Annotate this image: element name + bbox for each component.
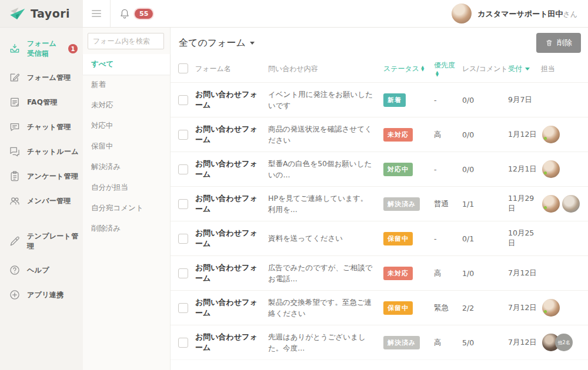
search-input[interactable] bbox=[88, 33, 164, 49]
row-checkbox[interactable] bbox=[178, 164, 188, 174]
user-avatar bbox=[452, 4, 472, 23]
row-inquiry: 商品の発送状況を確認させてください bbox=[268, 123, 383, 146]
column-header-responses: レス/コメント bbox=[462, 64, 508, 74]
row-responses: 5/0 bbox=[462, 338, 508, 347]
sidebar-item-label: アンケート管理 bbox=[27, 171, 78, 181]
row-received-date: 9月7日 bbox=[508, 95, 541, 105]
form-filter-label: 全てのフォーム bbox=[179, 37, 246, 49]
filter-item-4[interactable]: 保留中 bbox=[83, 136, 170, 157]
filter-item-2[interactable]: 未対応 bbox=[83, 95, 170, 116]
row-inquiry: 製品の交換希望です。至急ご連絡ください bbox=[268, 297, 383, 319]
filter-item-8[interactable]: 削除済み bbox=[83, 218, 170, 239]
row-checkbox[interactable] bbox=[178, 338, 188, 348]
row-responses: 2/2 bbox=[462, 304, 508, 312]
row-form-name: お問い合わせフォーム bbox=[195, 366, 268, 370]
user-menu[interactable]: カスタマーサポート田中さん bbox=[452, 0, 588, 27]
sidebar-item-label: チャット管理 bbox=[27, 122, 71, 132]
row-priority: 緊急 bbox=[434, 303, 462, 313]
column-header-priority[interactable]: 優先度 ▲▼ bbox=[434, 60, 462, 77]
row-checkbox[interactable] bbox=[178, 303, 188, 313]
table-body: お問い合わせフォーム イベント用に発注をお願いしたいです 新着 - 0/0 9月… bbox=[171, 82, 588, 370]
sidebar-item-chat-room[interactable]: チャットルーム bbox=[0, 139, 83, 164]
trash-icon bbox=[545, 39, 553, 47]
sidebar-item-survey[interactable]: アンケート管理 bbox=[0, 164, 83, 189]
row-responses: 0/0 bbox=[462, 165, 508, 174]
inbox-icon bbox=[9, 43, 21, 55]
row-form-name: お問い合わせフォーム bbox=[195, 159, 268, 180]
delete-button[interactable]: 削除 bbox=[536, 33, 581, 53]
status-badge: 保留中 bbox=[383, 301, 413, 315]
row-checkbox[interactable] bbox=[178, 199, 188, 209]
brand-logo[interactable]: Tayori bbox=[0, 0, 83, 27]
status-badge: 新着 bbox=[383, 93, 406, 107]
notifications-button[interactable]: 55 bbox=[111, 0, 162, 27]
table-row[interactable]: お問い合わせフォーム イベント用に発注をお願いしたいです 新着 - 0/0 9月… bbox=[171, 82, 588, 117]
filter-item-6[interactable]: 自分が担当 bbox=[83, 177, 170, 198]
sidebar-item-form-edit[interactable]: フォーム管理 bbox=[0, 65, 83, 90]
sidebar-item-apps[interactable]: アプリ連携 bbox=[0, 282, 83, 307]
status-badge: 保留中 bbox=[383, 232, 413, 245]
filter-item-label: すべて bbox=[91, 59, 113, 68]
column-header-status[interactable]: ステータス ▲▼ bbox=[383, 64, 434, 74]
table-row[interactable]: お問い合わせフォーム 資料を送ってください 保留中 - 0/1 10月25日 bbox=[171, 221, 588, 255]
toolbar: 全てのフォーム 削除 bbox=[171, 28, 588, 57]
status-badge: 対応中 bbox=[383, 163, 413, 176]
filter-item-label: 解決済み bbox=[91, 162, 121, 171]
row-status-cell: 未対応 bbox=[383, 267, 434, 280]
row-checkbox[interactable] bbox=[178, 95, 188, 105]
table-row[interactable]: お問い合わせフォーム 先週はありがとうございました。今度... 解決済み 高 5… bbox=[171, 325, 588, 359]
row-priority: 高 bbox=[434, 268, 462, 278]
column-header-received[interactable]: 受付 bbox=[508, 64, 541, 74]
row-inquiry: 型番Aの白色を50個お願いしたいの... bbox=[268, 158, 383, 181]
filter-item-0[interactable]: すべて bbox=[83, 54, 170, 75]
row-checkbox[interactable] bbox=[178, 234, 188, 244]
filter-panel: すべて 新着 未対応 対応中 保留中 解決済み 自分が担当 自分宛コメント 削除… bbox=[83, 28, 171, 370]
table-header: フォーム名 問い合わせ内容 ステータス ▲▼ 優先度 ▲▼ レス/コメント 受付 bbox=[171, 57, 588, 82]
filter-item-label: 対応中 bbox=[91, 121, 113, 130]
row-form-name: お問い合わせフォーム bbox=[195, 332, 268, 353]
filter-item-label: 未対応 bbox=[91, 100, 113, 109]
main-content: 全てのフォーム 削除 フォーム名 問い合わせ内容 bbox=[171, 28, 588, 370]
row-checkbox[interactable] bbox=[178, 130, 188, 140]
select-all-checkbox[interactable] bbox=[178, 63, 188, 73]
table-row[interactable]: お問い合わせフォーム 広告でみたのですが、ご相談でお電話... 未対応 高 1/… bbox=[171, 255, 588, 290]
hamburger-menu-icon[interactable] bbox=[83, 0, 111, 27]
user-name: カスタマーサポート田中 bbox=[477, 9, 563, 18]
table-row[interactable]: お問い合わせフォーム 商品の発送状況を確認させてください 未対応 高 0/0 1… bbox=[171, 117, 588, 152]
row-received-date: 7月12日 bbox=[508, 338, 541, 348]
sidebar-item-template[interactable]: テンプレート管理 bbox=[0, 225, 83, 258]
row-priority: - bbox=[434, 234, 462, 243]
sidebar-nav: フォーム受信箱 1 フォーム管理 FAQ管理 チャット管理 チャットルーム アン… bbox=[0, 28, 83, 370]
sidebar-item-faq[interactable]: FAQ管理 bbox=[0, 90, 83, 115]
row-status-cell: 対応中 bbox=[383, 163, 434, 176]
filter-item-7[interactable]: 自分宛コメント bbox=[83, 198, 170, 218]
row-status-cell: 解決済み bbox=[383, 336, 434, 349]
row-form-name: お問い合わせフォーム bbox=[195, 297, 268, 318]
sidebar-item-chat[interactable]: チャット管理 bbox=[0, 115, 83, 139]
table-row[interactable]: お問い合わせフォーム お世話になっております。 bbox=[171, 359, 588, 370]
table-row[interactable]: お問い合わせフォーム 型番Aの白色を50個お願いしたいの... 対応中 - 0/… bbox=[171, 152, 588, 186]
row-received-date: 7月12日 bbox=[508, 303, 541, 313]
row-priority: 普通 bbox=[434, 199, 462, 209]
delete-button-label: 削除 bbox=[557, 38, 572, 48]
faq-icon bbox=[9, 96, 21, 108]
table-row[interactable]: お問い合わせフォーム 製品の交換希望です。至急ご連絡ください 保留中 緊急 2/… bbox=[171, 290, 588, 325]
row-responses: 0/0 bbox=[462, 96, 508, 105]
filter-item-1[interactable]: 新着 bbox=[83, 75, 170, 95]
chat-room-icon bbox=[9, 146, 21, 157]
template-icon bbox=[9, 236, 21, 247]
form-filter-dropdown[interactable]: 全てのフォーム bbox=[179, 37, 255, 49]
form-edit-icon bbox=[9, 72, 21, 83]
filter-item-3[interactable]: 対応中 bbox=[83, 116, 170, 136]
row-received-date: 12月1日 bbox=[508, 164, 541, 174]
sort-desc-icon bbox=[525, 68, 530, 70]
sidebar-item-members[interactable]: メンバー管理 bbox=[0, 189, 83, 213]
filter-item-label: 削除済み bbox=[91, 224, 121, 233]
filter-item-5[interactable]: 解決済み bbox=[83, 157, 170, 177]
assignee-avatar bbox=[542, 299, 560, 317]
sidebar-item-help[interactable]: ヘルプ bbox=[0, 258, 83, 282]
row-checkbox[interactable] bbox=[178, 268, 188, 278]
sidebar-item-label: メンバー管理 bbox=[27, 196, 71, 206]
table-row[interactable]: お問い合わせフォーム HPを見てご連絡しています。利用を... 解決済み 普通 … bbox=[171, 186, 588, 221]
sidebar-item-inbox[interactable]: フォーム受信箱 1 bbox=[0, 32, 83, 65]
